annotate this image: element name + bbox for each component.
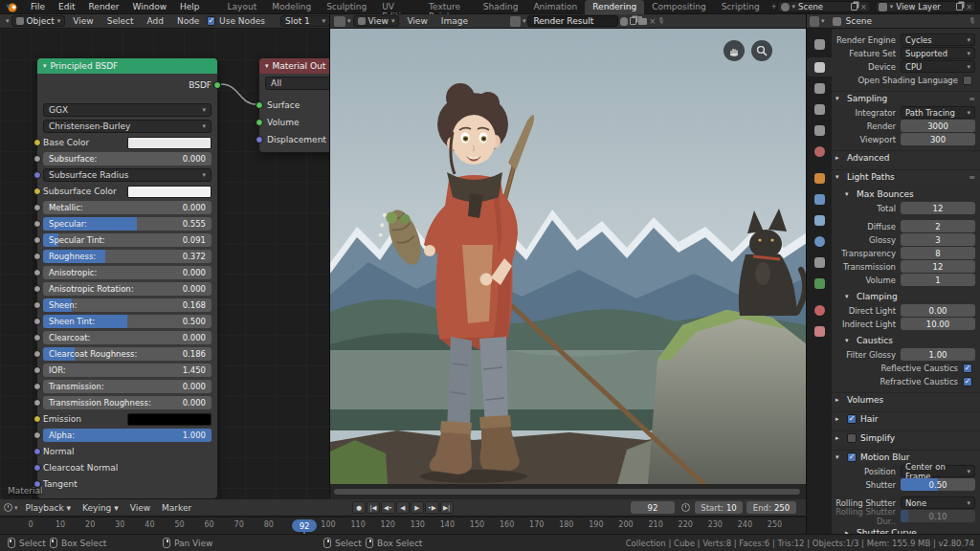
panel-light-paths[interactable]: ▾Light Paths≡ [832,169,980,184]
color-swatch[interactable] [127,186,212,198]
preset-menu-icon[interactable]: ≡ [969,95,976,103]
editor-type-chevron[interactable]: ▾ [14,504,18,512]
slider[interactable]: 0.10 [901,510,975,522]
workspace-tab-sculpting[interactable]: Sculpting [319,0,374,14]
number-field[interactable]: 10.00 [901,318,975,330]
menu-file[interactable]: File [24,2,52,11]
menu-render[interactable]: Render [82,2,126,11]
panel-volumes[interactable]: ▸Volumes [832,392,980,407]
dropdown[interactable]: None▾ [901,496,975,509]
zoom-view-button[interactable] [751,40,772,61]
panel-advanced[interactable]: ▸Advanced [832,150,980,165]
node-input-clearcoat-normal[interactable]: Clearcoat Normal [43,461,212,474]
node-input-clearcoat[interactable]: Clearcoat:0.000 [43,331,212,344]
node-input-roughness[interactable]: Roughness:0.372 [43,250,212,263]
purple-socket[interactable] [256,136,263,143]
timeline-menu-playback[interactable]: Playback ▾ [20,503,78,513]
dropdown[interactable]: Cycles▾ [901,33,975,46]
open-image-icon[interactable] [638,18,647,25]
number-field[interactable]: 3 [901,233,975,246]
image-datablock-chevron[interactable]: ▾ [523,17,526,25]
close-icon[interactable]: × [966,3,972,11]
properties-tab-world[interactable] [807,142,832,161]
pin-icon[interactable]: ✎ [656,15,667,28]
previous-keyframe-button[interactable]: ◀• [381,501,395,514]
pin-icon[interactable]: ✎ [967,15,978,28]
play-reverse-button[interactable]: ◀ [396,501,410,514]
gray-socket[interactable] [33,366,41,374]
timeline-menu-keying[interactable]: Keying ▾ [77,503,124,513]
output-target-dropdown[interactable]: All [265,77,330,90]
panel-max-bounces[interactable]: ▾Max Bounces [841,187,980,201]
output-input-surface[interactable]: Surface [267,99,330,112]
node-input-anisotropic-rotation[interactable]: Anisotropic Rotation:0.000 [43,282,212,296]
panel-shutter-curve[interactable]: ▸Shutter Curve [841,525,980,534]
slider[interactable]: 0.50 [901,478,975,491]
principled-node-header[interactable]: ▾ Principled BSDF [37,58,217,74]
color-swatch[interactable] [127,413,212,426]
menu-edit[interactable]: Edit [52,2,81,11]
purple-socket[interactable] [33,448,41,455]
workspace-tab-scripting[interactable]: Scripting [714,0,768,14]
panel-checkbox[interactable]: ✓ [847,414,857,424]
color-swatch[interactable] [127,137,212,149]
node-input-tangent[interactable]: Tangent [43,477,212,491]
editor-type-chevron[interactable]: ▾ [347,17,351,25]
node-input-ggx[interactable]: GGX▾ [43,103,212,117]
gray-socket[interactable] [33,334,41,342]
principled-bsdf-node[interactable]: ▾ Principled BSDF BSDF GGX▾Christensen-B… [36,57,218,499]
gray-socket[interactable] [33,383,41,390]
dropdown[interactable]: Supported▾ [901,47,975,59]
properties-tab-material[interactable] [807,300,832,320]
pan-view-button[interactable] [724,40,745,61]
yellow-socket[interactable] [33,187,41,195]
unlink-icon[interactable]: × [649,17,656,26]
image-mode-dropdown[interactable]: View▾ [353,15,400,27]
node-input-transmission[interactable]: Transmission:0.000 [43,380,212,393]
number-field[interactable]: 8 [901,247,975,259]
properties-tab-output[interactable] [807,78,832,98]
panel-hair[interactable]: ▸✓Hair [832,411,980,426]
node-input-normal[interactable]: Normal [43,445,212,458]
gray-socket[interactable] [33,431,41,439]
timeline-ruler[interactable]: 0102030405060708090100110120130140150160… [0,517,806,534]
close-icon[interactable]: × [860,3,867,11]
yellow-socket[interactable] [33,415,41,423]
green-socket[interactable] [256,101,263,109]
gray-socket[interactable] [33,269,41,276]
panel-checkbox[interactable]: ✓ [847,452,857,462]
gray-socket[interactable] [33,204,41,211]
node-input-anisotropic[interactable]: Anisotropic:0.000 [43,266,212,279]
use-nodes-checkbox[interactable]: ✓ [207,16,215,26]
image-name-field[interactable]: Render Result [527,15,618,27]
jump-to-start-button[interactable]: |◀ [367,501,380,514]
panel-sampling[interactable]: ▾Sampling≡ [832,91,980,105]
next-keyframe-button[interactable]: •▶ [425,501,439,514]
node-input-alpha[interactable]: Alpha:1.000 [43,429,212,442]
editor-type-chevron[interactable]: ▾ [821,17,825,25]
shader-menu-view[interactable]: View [67,16,99,26]
new-image-icon[interactable] [630,17,636,25]
checkbox[interactable] [963,76,972,85]
image-menu-image[interactable]: Image [435,16,474,26]
node-input-transmission-roughness[interactable]: Transmission Roughness:0.000 [43,396,212,409]
properties-tab-object[interactable] [807,168,832,187]
image-datablock-icon[interactable] [510,16,521,27]
workspace-tab-rendering[interactable]: Rendering [585,0,644,14]
node-input-specular-tint[interactable]: Specular Tint:0.091 [43,233,212,247]
number-field[interactable]: 300 [901,133,975,145]
slot-dropdown[interactable]: Slot 1▾ [280,15,330,27]
checkbox[interactable]: ✓ [963,364,972,373]
panel-caustics[interactable]: ▾Caustics [841,333,980,347]
node-input-subsurface[interactable]: Subsurface:0.000 [43,152,212,165]
blender-logo-icon[interactable] [5,2,18,12]
frame-start-field[interactable]: Start:10 [695,501,743,514]
number-field[interactable]: 1.00 [901,348,975,361]
number-field[interactable]: 1 [901,274,975,286]
shader-menu-select[interactable]: Select [101,16,140,26]
workspace-tab-texture-paint[interactable]: Texture Paint [421,0,476,14]
workspace-tab-shading[interactable]: Shading [476,0,526,14]
node-input-christensen-burley[interactable]: Christensen-Burley▾ [43,120,212,133]
image-horizontal-scrollbar[interactable] [330,484,806,499]
image-menu-view[interactable]: View [401,16,433,26]
